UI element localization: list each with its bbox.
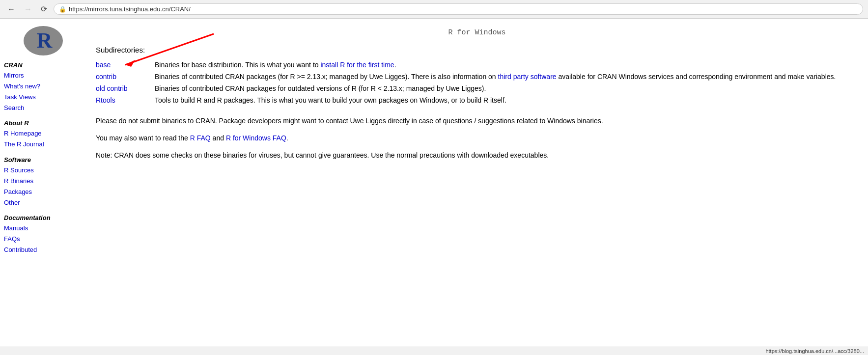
third-party-link[interactable]: third party software <box>498 73 557 81</box>
forward-button[interactable]: → <box>22 4 34 15</box>
para1: Please do not submit binaries to CRAN. P… <box>96 116 858 126</box>
lock-icon: 🔒 <box>59 6 66 13</box>
dir-cell-contrib-desc: Binaries of contributed CRAN packages (f… <box>155 71 858 82</box>
page-title: R for Windows <box>96 28 858 37</box>
sidebar-item-search[interactable]: Search <box>4 103 82 113</box>
sidebar-section-about: About R R Homepage The R Journal <box>4 119 82 150</box>
sidebar-item-taskviews[interactable]: Task Views <box>4 92 82 103</box>
subdirectories-label: Subdirectories: <box>96 46 858 54</box>
sidebar-item-whatsnew[interactable]: What's new? <box>4 81 82 92</box>
sidebar: R CRAN Mirrors What's new? Task Views Se… <box>0 19 86 355</box>
dir-row-rtools: Rtools Tools to build R and R packages. … <box>96 94 858 106</box>
sidebar-item-rsources[interactable]: R Sources <box>4 165 82 176</box>
software-section-title: Software <box>4 156 82 164</box>
address-bar[interactable]: 🔒 https://mirrors.tuna.tsinghua.edu.cn/C… <box>54 3 863 15</box>
sidebar-item-packages[interactable]: Packages <box>4 187 82 197</box>
dir-row-base: base Binaries for base distribution. Thi… <box>96 59 858 71</box>
r-logo-letter: R <box>37 30 53 52</box>
r-logo: R <box>4 26 82 55</box>
rtools-link[interactable]: Rtools <box>96 96 115 104</box>
contrib-link[interactable]: contrib <box>96 73 116 81</box>
dir-cell-oldcontrib-desc: Binaries of contributed CRAN packages fo… <box>155 82 858 94</box>
dir-cell-base-desc: Binaries for base distribution. This is … <box>155 59 858 71</box>
dir-cell-contrib-link: contrib <box>96 71 155 82</box>
docs-section-title: Documentation <box>4 214 82 221</box>
rwindowsfaq-link[interactable]: R for Windows FAQ <box>226 134 286 142</box>
rfaq-link[interactable]: R FAQ <box>190 134 211 142</box>
dir-cell-rtools-desc: Tools to build R and R packages. This is… <box>155 94 858 106</box>
sidebar-section-cran: CRAN Mirrors What's new? Task Views Sear… <box>4 61 82 113</box>
sidebar-item-mirrors[interactable]: Mirrors <box>4 70 82 81</box>
dir-row-contrib: contrib Binaries of contributed CRAN pac… <box>96 71 858 82</box>
status-bar: https://blog.tsinghua.edu.cn/...acc/3280… <box>0 347 868 355</box>
install-r-link[interactable]: install R for the first time <box>320 61 394 69</box>
status-right: https://blog.tsinghua.edu.cn/...acc/3280… <box>765 348 864 354</box>
about-section-title: About R <box>4 119 82 127</box>
sidebar-item-faqs[interactable]: FAQs <box>4 234 82 245</box>
sidebar-item-rhomepage[interactable]: R Homepage <box>4 128 82 139</box>
browser-chrome: ← → ⟳ 🔒 https://mirrors.tuna.tsinghua.ed… <box>0 0 868 19</box>
sidebar-item-other[interactable]: Other <box>4 197 82 208</box>
sidebar-item-contributed[interactable]: Contributed <box>4 245 82 255</box>
cran-section-title: CRAN <box>4 61 82 69</box>
reload-button[interactable]: ⟳ <box>38 3 50 15</box>
sidebar-section-software: Software R Sources R Binaries Packages O… <box>4 156 82 208</box>
dir-table: base Binaries for base distribution. Thi… <box>96 59 858 106</box>
sidebar-item-rbinaries[interactable]: R Binaries <box>4 176 82 187</box>
sidebar-item-rjournal[interactable]: The R Journal <box>4 139 82 150</box>
dir-cell-oldcontrib-link: old contrib <box>96 82 155 94</box>
svg-marker-1 <box>125 60 135 67</box>
dir-cell-base-link: base <box>96 59 155 71</box>
url-text: https://mirrors.tuna.tsinghua.edu.cn/CRA… <box>69 5 191 13</box>
old-contrib-link[interactable]: old contrib <box>96 84 128 92</box>
sidebar-item-manuals[interactable]: Manuals <box>4 223 82 234</box>
base-link[interactable]: base <box>96 61 111 69</box>
para3: Note: CRAN does some checks on these bin… <box>96 150 858 161</box>
dir-cell-rtools-link: Rtools <box>96 94 155 106</box>
para2: You may also want to read the R FAQ and … <box>96 133 858 143</box>
main-content: R for Windows Subdirectories: base <box>86 19 868 355</box>
sidebar-section-docs: Documentation Manuals FAQs Contributed <box>4 214 82 255</box>
back-button[interactable]: ← <box>5 4 18 15</box>
dir-row-oldcontrib: old contrib Binaries of contributed CRAN… <box>96 82 858 94</box>
